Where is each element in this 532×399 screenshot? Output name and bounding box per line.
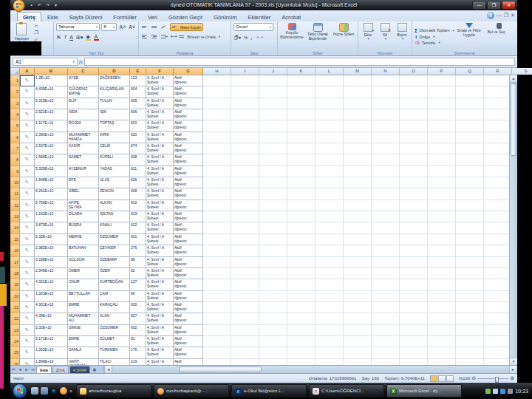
empty-cell[interactable] xyxy=(259,234,287,245)
empty-cell[interactable] xyxy=(372,313,400,324)
empty-cell[interactable] xyxy=(344,291,372,302)
cell-last-name[interactable]: KURTBOĞAN xyxy=(99,279,130,290)
column-header-D[interactable]: D xyxy=(99,68,130,75)
empty-cell[interactable] xyxy=(316,347,344,358)
empty-cell[interactable] xyxy=(456,98,484,109)
empty-cell[interactable] xyxy=(316,222,344,233)
empty-cell[interactable] xyxy=(372,336,400,347)
maximize-button[interactable]: ❐ xyxy=(487,1,501,10)
empty-cell[interactable] xyxy=(344,211,372,222)
empty-cell[interactable] xyxy=(231,313,259,324)
empty-cell[interactable] xyxy=(428,245,456,256)
cell-class[interactable]: 4. Sınıf / A Şubesi xyxy=(146,211,174,222)
cell-number[interactable]: 627 xyxy=(130,313,146,324)
empty-cell[interactable] xyxy=(400,98,428,109)
empty-cell[interactable] xyxy=(400,109,428,120)
empty-cell[interactable] xyxy=(203,98,231,109)
help-icon[interactable]: ? xyxy=(487,12,494,19)
sheet-tab-zi̇ya[interactable]: ZİYA xyxy=(52,366,69,373)
empty-cell[interactable] xyxy=(259,313,287,324)
empty-cell[interactable] xyxy=(287,132,316,143)
empty-cell[interactable] xyxy=(203,177,231,188)
attachment-icon[interactable]: ✎ xyxy=(20,75,35,86)
cell-id[interactable]: 4,439E+10 xyxy=(35,86,68,98)
empty-cell[interactable] xyxy=(344,75,372,86)
empty-cell[interactable] xyxy=(316,98,344,109)
row-header-24[interactable]: 24 xyxy=(10,336,20,347)
fill-color-icon[interactable]: ◆ xyxy=(85,33,92,41)
empty-cell[interactable] xyxy=(287,98,316,109)
ribbon-tab-giriş[interactable]: Giriş xyxy=(17,12,41,21)
empty-cell[interactable] xyxy=(484,154,512,166)
cell-first-name[interactable]: GÜLSÜM xyxy=(68,257,99,268)
column-header-Q[interactable]: Q xyxy=(456,68,484,75)
empty-cell[interactable] xyxy=(428,200,456,211)
taskbar-button-5[interactable]: XMicrosoft Excel - dy... xyxy=(386,384,462,398)
ribbon-tab-sayfa düzeni[interactable]: Sayfa Düzeni xyxy=(64,13,108,21)
cell-class[interactable]: 4. Sınıf / A Şubesi xyxy=(146,188,174,200)
empty-cell[interactable] xyxy=(484,291,512,302)
close-button[interactable]: ✕ xyxy=(502,1,516,10)
empty-cell[interactable] xyxy=(428,325,456,336)
attachment-icon[interactable]: ✎ xyxy=(20,268,35,279)
empty-cell[interactable] xyxy=(400,359,428,365)
taskbar-button-2[interactable]: cumhurbaşkanlığı - ... xyxy=(154,384,229,398)
empty-cell[interactable] xyxy=(456,200,484,211)
empty-cell[interactable] xyxy=(203,234,231,245)
scroll-up-icon[interactable]: ▲ xyxy=(510,75,517,83)
cell-number[interactable]: 605 xyxy=(130,98,146,109)
delete-cells-button[interactable]: ✕ Sil▾ xyxy=(378,23,392,50)
empty-cell[interactable] xyxy=(344,188,372,200)
wrap-text-button[interactable]: Metni Kaydır xyxy=(170,23,203,31)
cell-number[interactable]: 81 xyxy=(130,336,146,347)
cell-status[interactable]: Aktif öğrenci xyxy=(174,245,203,256)
empty-cell[interactable] xyxy=(428,188,456,200)
sort-filter-button[interactable]: Sırala ve Filtre Uygula xyxy=(457,23,482,50)
cell-id[interactable]: 4,39E+10 xyxy=(35,313,68,324)
cell-id[interactable]: 3,188E+10 xyxy=(35,257,68,268)
row-header-4[interactable]: 4 xyxy=(10,109,20,120)
empty-cell[interactable] xyxy=(231,347,259,358)
empty-cell[interactable] xyxy=(344,200,372,211)
empty-cell[interactable] xyxy=(316,302,344,313)
workbook-minimize-icon[interactable]: — xyxy=(497,12,502,19)
empty-cell[interactable] xyxy=(484,257,512,268)
cell-number[interactable]: 610 xyxy=(130,200,146,211)
cut-icon[interactable]: ✂ xyxy=(33,23,40,29)
page-break-view-icon[interactable] xyxy=(446,375,454,382)
empty-cell[interactable] xyxy=(456,211,484,222)
empty-cell[interactable] xyxy=(428,222,456,233)
cell-status[interactable]: Aktif öğrenci xyxy=(174,211,203,222)
empty-cell[interactable] xyxy=(372,154,400,166)
empty-cell[interactable] xyxy=(484,109,512,120)
column-header-K[interactable]: K xyxy=(287,68,316,75)
empty-cell[interactable] xyxy=(259,245,287,256)
cell-first-name[interactable]: MUHAMMET HAMZA xyxy=(68,132,99,143)
empty-cell[interactable] xyxy=(259,120,287,132)
empty-cell[interactable] xyxy=(287,245,316,256)
cell-class[interactable]: 4. Sınıf / A Şubesi xyxy=(146,166,174,177)
cell-first-name[interactable]: EFE xyxy=(68,177,99,188)
empty-cell[interactable] xyxy=(231,234,259,245)
cell-class[interactable]: 4. Sınıf / A Şubesi xyxy=(146,177,174,188)
cell-status[interactable]: Aktif öğrenci xyxy=(174,336,203,347)
empty-cell[interactable] xyxy=(259,257,287,268)
cell-first-name[interactable]: EMRE xyxy=(68,336,99,347)
insert-cells-button[interactable]: + Ekle▾ xyxy=(361,23,375,50)
accounting-format-icon[interactable]: 🗍▾ xyxy=(233,35,242,41)
empty-cell[interactable] xyxy=(344,120,372,132)
empty-cell[interactable] xyxy=(372,211,400,222)
cell-id[interactable]: 5,32E+10 xyxy=(35,325,68,336)
select-all-corner[interactable] xyxy=(10,68,20,75)
column-header-B[interactable]: B xyxy=(35,68,68,75)
empty-cell[interactable] xyxy=(484,86,512,98)
cell-status[interactable]: Aktif öğrenci xyxy=(174,132,203,143)
attachment-icon[interactable]: ✎ xyxy=(20,132,35,143)
row-header-17[interactable]: 17 xyxy=(10,257,20,268)
row-header-19[interactable]: 19 xyxy=(10,279,20,290)
empty-cell[interactable] xyxy=(372,325,400,336)
empty-cell[interactable] xyxy=(231,302,259,313)
cell-number[interactable]: 600 xyxy=(130,120,146,132)
cell-number[interactable]: 674 xyxy=(130,143,146,154)
cell-status[interactable]: Aktif öğrenci xyxy=(174,313,203,324)
